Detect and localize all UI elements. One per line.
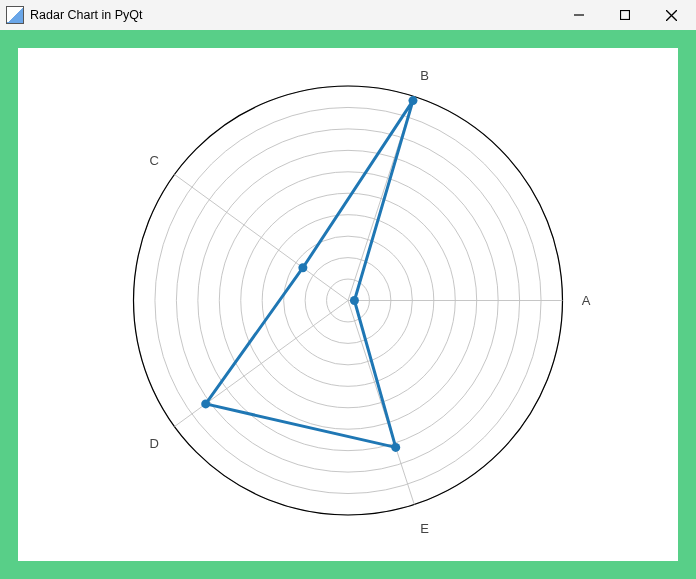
minimize-button[interactable] [556, 0, 602, 30]
chart-paper: ABCDE [18, 48, 678, 561]
close-icon [666, 10, 677, 21]
client-area: ABCDE [0, 30, 696, 579]
axis-label-B: B [420, 68, 429, 83]
axis-label-A: A [582, 293, 591, 308]
minimize-icon [574, 10, 584, 20]
window-title: Radar Chart in PyQt [30, 8, 143, 22]
app-icon [6, 6, 24, 24]
svg-point-24 [391, 443, 400, 452]
titlebar: Radar Chart in PyQt [0, 0, 696, 30]
axis-label-C: C [149, 153, 158, 168]
svg-point-21 [408, 96, 417, 105]
svg-rect-1 [621, 11, 630, 20]
axis-label-D: D [149, 436, 158, 451]
svg-point-20 [350, 296, 359, 305]
close-button[interactable] [648, 0, 694, 30]
maximize-icon [620, 10, 630, 20]
svg-point-23 [201, 399, 210, 408]
axis-label-E: E [420, 521, 429, 536]
maximize-button[interactable] [602, 0, 648, 30]
svg-line-18 [174, 301, 348, 427]
svg-point-22 [298, 263, 307, 272]
application-window: Radar Chart in PyQt ABCDE [0, 0, 696, 579]
radar-chart: ABCDE [18, 48, 678, 561]
